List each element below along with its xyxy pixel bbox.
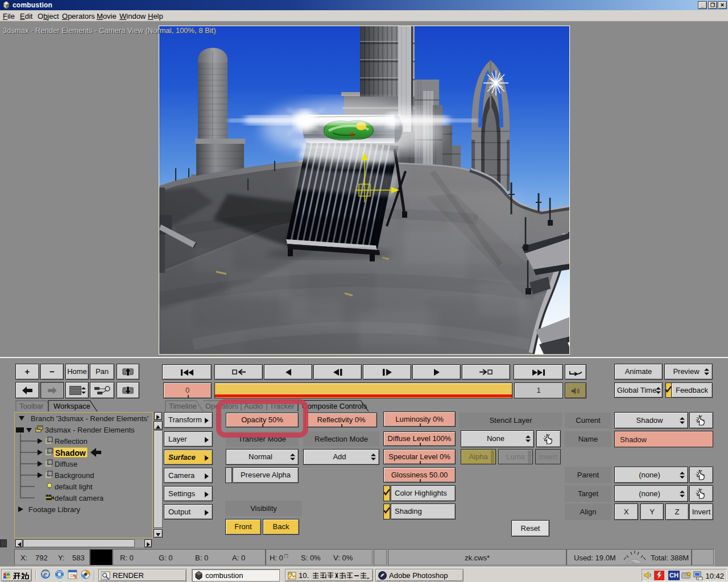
svg-text:default camera: default camera — [55, 494, 104, 502]
svg-text:Composite Controls: Composite Controls — [302, 402, 367, 410]
svg-text:Shadow: Shadow — [55, 448, 86, 458]
svg-text:Background: Background — [55, 471, 94, 480]
svg-text:Toolbar: Toolbar — [19, 402, 44, 410]
svg-text:Workspace: Workspace — [53, 402, 90, 410]
svg-text:Footage Library: Footage Library — [28, 505, 81, 514]
svg-text:e: e — [43, 569, 47, 579]
svg-text:Reflection: Reflection — [55, 437, 88, 446]
svg-text:Branch '3dsmax - Render Elemen: Branch '3dsmax - Render Elements' — [31, 414, 148, 423]
svg-text:Timeline: Timeline — [169, 402, 197, 410]
svg-text:default light: default light — [55, 483, 93, 491]
svg-text:3dsmax - Render Elements: 3dsmax - Render Elements — [45, 426, 135, 434]
svg-text:Diffuse: Diffuse — [55, 460, 77, 468]
